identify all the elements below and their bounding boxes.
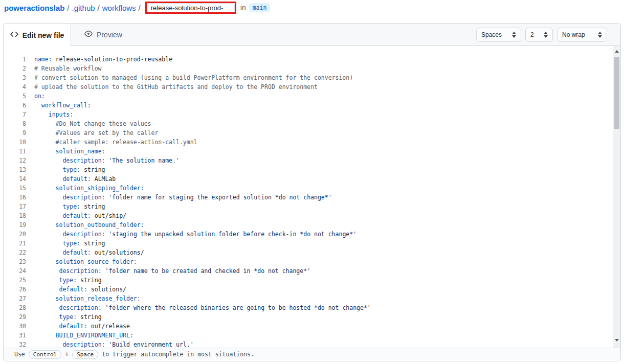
line-number: 17 (4, 202, 26, 211)
code-text: on: (26, 92, 45, 101)
code-text: # upload the solution to the GitHub arti… (26, 82, 318, 92)
code-line[interactable]: 21 type: string (4, 239, 620, 248)
code-text: description: 'Build environment url.' (26, 340, 194, 348)
code-line[interactable]: 32 description: 'Build environment url.' (4, 340, 620, 348)
code-line[interactable]: 19 solution_outbound_folder: (4, 220, 620, 230)
code-text: #Values are set by the caller (26, 128, 158, 138)
line-number: 13 (4, 165, 26, 174)
breadcrumb-workflows-link[interactable]: workflows (102, 4, 136, 12)
scroll-down-icon[interactable] (613, 336, 620, 344)
breadcrumb-repo-link[interactable]: poweractionslab (4, 4, 64, 12)
branch-badge[interactable]: main (249, 3, 271, 12)
vertical-scrollbar[interactable] (613, 46, 620, 348)
code-line[interactable]: 15 solution_shipping_folder: (4, 184, 620, 193)
code-line[interactable]: 20 description: 'staging the unpacked so… (4, 230, 620, 239)
tab-edit-label: Edit new file (23, 31, 64, 39)
code-text: description: 'folder name to be created … (26, 266, 310, 276)
filename-input[interactable] (147, 3, 235, 12)
code-text: #caller sample: release-action-call.ymnl (26, 138, 197, 147)
code-line[interactable]: 29 type: string (4, 312, 620, 322)
indent-size-select[interactable]: 2 (525, 28, 553, 42)
tab-preview[interactable]: Preview (71, 24, 136, 46)
line-number: 22 (4, 248, 26, 257)
code-line[interactable]: 6 workflow_call: (4, 101, 620, 110)
tab-edit-new-file[interactable]: Edit new file (4, 24, 71, 47)
wrap-mode-select[interactable]: No wrap (557, 28, 607, 42)
line-number: 14 (4, 174, 26, 184)
line-number: 9 (4, 128, 26, 138)
code-line[interactable]: 28 description: 'folder where the releas… (4, 303, 620, 312)
code-text: # convert solution to managed (using a b… (26, 73, 353, 82)
updown-icon (598, 32, 602, 38)
code-line[interactable]: 30 default: out/release (4, 322, 620, 331)
line-number: 20 (4, 230, 26, 239)
code-text: default: solutions/ (26, 285, 126, 294)
code-line[interactable]: 8 #Do Not change these values (4, 119, 620, 128)
line-number: 25 (4, 276, 26, 285)
code-line[interactable]: 17 type: string (4, 202, 620, 211)
code-text: solution_shipping_folder: (26, 184, 144, 193)
breadcrumb-github-link[interactable]: .github (72, 4, 95, 12)
code-line[interactable]: 18 default: out/ship/ (4, 211, 620, 220)
code-text: default: out/release (26, 322, 130, 331)
line-number: 24 (4, 266, 26, 276)
control-key-badge: Control (29, 350, 61, 359)
line-number: 12 (4, 156, 26, 165)
code-line[interactable]: 31 BUILD_ENVIRONMENT_URL: (4, 331, 620, 340)
line-number: 6 (4, 101, 26, 110)
line-number: 31 (4, 331, 26, 340)
line-number: 8 (4, 119, 26, 128)
code-text: name: release-solution-to-prod-reusable (26, 55, 172, 64)
code-text: default: ALMLab (26, 174, 116, 184)
code-line[interactable]: 12 description: 'The solution name.' (4, 156, 620, 165)
code-text: inputs: (26, 110, 73, 119)
hint-suffix: to trigger autocomplete in most situatio… (102, 351, 254, 358)
code-line[interactable]: 2# Reusable workflow (4, 64, 620, 73)
line-number: 27 (4, 294, 26, 303)
code-line[interactable]: 1name: release-solution-to-prod-reusable (4, 55, 620, 64)
scrollbar-thumb[interactable] (614, 57, 619, 129)
code-line[interactable]: 24 description: 'folder name to be creat… (4, 266, 620, 276)
code-editor[interactable]: 1name: release-solution-to-prod-reusable… (4, 46, 620, 348)
code-line[interactable]: 27 solution_release_folder: (4, 294, 620, 303)
code-line[interactable]: 16 description: 'folder name for staging… (4, 193, 620, 202)
indent-mode-select[interactable]: Spaces (476, 28, 521, 42)
code-line[interactable]: 3# convert solution to managed (using a … (4, 73, 620, 82)
eye-icon (84, 30, 93, 39)
line-number: 26 (4, 285, 26, 294)
updown-icon (512, 32, 516, 38)
breadcrumb: poweractionslab / .github / workflows / … (4, 0, 270, 15)
code-line[interactable]: 22 default: out/solutions/ (4, 248, 620, 257)
code-line[interactable]: 23 solution_source_folder: (4, 257, 620, 266)
code-line[interactable]: 25 type: string (4, 276, 620, 285)
code-text: # Reusable workflow (26, 64, 102, 73)
code-line[interactable]: 10 #caller sample: release-action-call.y… (4, 138, 620, 147)
line-number: 10 (4, 138, 26, 147)
code-line[interactable]: 7 inputs: (4, 110, 620, 119)
code-line[interactable]: 5on: (4, 92, 620, 101)
line-number: 15 (4, 184, 26, 193)
code-line[interactable]: 4# upload the solution to the GitHub art… (4, 82, 620, 92)
code-text: workflow_call: (26, 101, 91, 110)
line-number: 30 (4, 322, 26, 331)
code-line[interactable]: 13 type: string (4, 165, 620, 174)
line-number: 2 (4, 64, 26, 73)
line-number: 21 (4, 239, 26, 248)
autocomplete-hint-bar: Use Control + Space to trigger autocompl… (4, 348, 620, 360)
code-line[interactable]: 9 #Values are set by the caller (4, 128, 620, 138)
line-number: 32 (4, 340, 26, 348)
breadcrumb-separator: / (64, 4, 72, 12)
line-number: 3 (4, 73, 26, 82)
space-key-badge: Space (72, 350, 98, 359)
code-text: description: 'folder where the released … (26, 303, 371, 312)
scroll-up-icon[interactable] (613, 48, 620, 55)
code-text: type: string (26, 276, 102, 285)
code-line[interactable]: 26 default: solutions/ (4, 285, 620, 294)
code-text: solution_outbound_folder: (26, 220, 144, 230)
code-text: type: string (26, 239, 105, 248)
code-line[interactable]: 11 solution_name: (4, 147, 620, 156)
code-text: solution_release_folder: (26, 294, 141, 303)
indent-mode-value: Spaces (481, 31, 502, 38)
code-line[interactable]: 14 default: ALMLab (4, 174, 620, 184)
line-number: 18 (4, 211, 26, 220)
